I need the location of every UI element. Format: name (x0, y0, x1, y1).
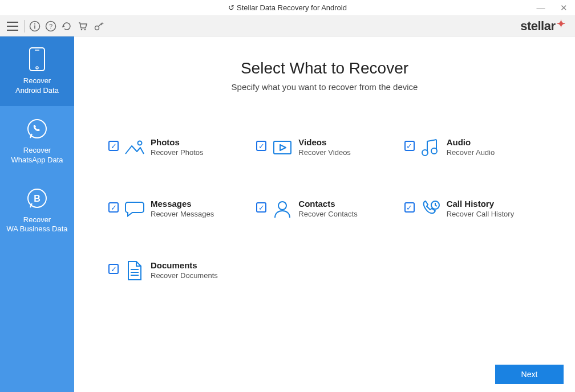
recover-option-videos[interactable]: ✓ Videos Recover Videos (256, 137, 392, 158)
main-panel: Select What to Recover Specify what you … (74, 36, 575, 392)
menu-icon[interactable] (6, 19, 19, 33)
svg-point-17 (431, 148, 437, 154)
sidebar-item-whatsapp-data[interactable]: Recover WhatsApp Data (0, 106, 74, 175)
svg-text:?: ? (49, 23, 52, 30)
item-title: Call History (447, 199, 514, 209)
checkbox-call-history[interactable]: ✓ (404, 202, 415, 213)
help-icon[interactable]: ? (44, 19, 58, 33)
toolbar-divider (24, 20, 25, 32)
toolbar: ? stellar✦ (0, 16, 575, 36)
phone-icon (25, 47, 50, 72)
sidebar-label-line1: Recover (23, 76, 51, 85)
photos-icon (124, 137, 145, 158)
svg-point-14 (138, 141, 142, 145)
svg-point-1 (34, 23, 35, 24)
refresh-icon[interactable] (60, 19, 74, 33)
contacts-icon (272, 199, 293, 219)
sidebar-label-line1: Recover (23, 215, 51, 224)
svg-text:B: B (34, 194, 41, 203)
item-title: Audio (447, 137, 495, 147)
recover-option-audio[interactable]: ✓ Audio Recover Audio (404, 137, 541, 158)
svg-rect-8 (30, 48, 44, 71)
sidebar-label-line2: WA Business Data (6, 224, 67, 233)
page-title: Select What to Recover (103, 59, 546, 77)
svg-point-11 (28, 120, 46, 138)
item-desc: Recover Messages (151, 210, 214, 218)
minimize-button[interactable]: — (529, 0, 552, 16)
sidebar-label-line1: Recover (23, 146, 51, 154)
svg-point-16 (422, 150, 428, 156)
call-history-icon (420, 199, 441, 219)
sidebar-label-line2: Android Data (15, 86, 59, 95)
checkbox-messages[interactable]: ✓ (108, 202, 119, 213)
cart-icon[interactable] (76, 19, 90, 33)
item-title: Videos (298, 137, 351, 147)
sidebar: Recover Android Data Recover WhatsApp Da… (0, 36, 74, 392)
recover-option-messages[interactable]: ✓ Messages Recover Messages (108, 199, 245, 219)
info-icon[interactable] (28, 19, 42, 33)
item-desc: Recover Photos (151, 148, 204, 157)
sidebar-item-android-data[interactable]: Recover Android Data (0, 36, 74, 106)
audio-icon (420, 137, 441, 158)
recover-option-photos[interactable]: ✓ Photos Recover Photos (108, 137, 245, 158)
svg-point-6 (84, 28, 86, 30)
close-button[interactable]: ✕ (552, 0, 575, 16)
svg-point-7 (95, 26, 99, 30)
checkbox-videos[interactable]: ✓ (256, 141, 266, 151)
checkbox-contacts[interactable]: ✓ (256, 202, 266, 213)
brand-logo: stellar✦ (520, 19, 569, 34)
checkbox-documents[interactable]: ✓ (108, 264, 119, 274)
item-desc: Recover Audio (447, 148, 495, 157)
item-desc: Recover Contacts (298, 210, 357, 218)
item-title: Photos (151, 137, 204, 147)
svg-rect-2 (34, 25, 35, 28)
page-subtitle: Specify what you want to recover from th… (103, 82, 546, 92)
whatsapp-icon (25, 116, 50, 141)
messages-icon (124, 199, 145, 219)
item-title: Messages (151, 199, 214, 209)
key-icon[interactable] (92, 19, 106, 33)
sidebar-label-line2: WhatsApp Data (11, 156, 63, 164)
svg-point-5 (81, 28, 83, 30)
recover-option-call-history[interactable]: ✓ Call History Recover Call History (404, 199, 541, 219)
videos-icon (272, 137, 293, 158)
item-title: Contacts (298, 199, 357, 209)
svg-point-9 (36, 67, 38, 69)
item-title: Documents (151, 260, 218, 270)
documents-icon (124, 260, 145, 281)
recover-option-contacts[interactable]: ✓ Contacts Recover Contacts (256, 199, 392, 219)
sidebar-item-wa-business-data[interactable]: B Recover WA Business Data (0, 175, 74, 245)
star-icon: ✦ (557, 18, 565, 30)
checkbox-audio[interactable]: ✓ (404, 141, 415, 151)
item-desc: Recover Call History (447, 210, 514, 218)
checkbox-photos[interactable]: ✓ (108, 141, 119, 151)
item-desc: Recover Videos (298, 148, 351, 157)
item-desc: Recover Documents (151, 271, 218, 280)
business-icon: B (25, 186, 50, 211)
recover-option-documents[interactable]: ✓ Documents Recover Documents (108, 260, 245, 281)
titlebar-title: ↺Stellar Data Recovery for Android (0, 3, 575, 12)
back-arrow-icon: ↺ (228, 3, 234, 12)
titlebar: ↺Stellar Data Recovery for Android — ✕ (0, 0, 575, 16)
svg-point-18 (278, 202, 286, 210)
next-button[interactable]: Next (495, 365, 564, 384)
svg-rect-15 (274, 141, 291, 154)
